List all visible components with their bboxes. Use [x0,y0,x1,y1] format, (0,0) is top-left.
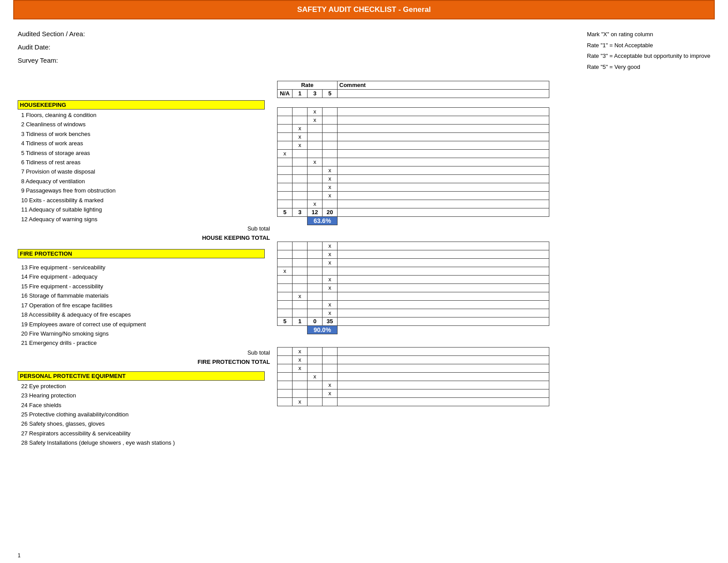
total-pct-row: 63.6% [278,216,549,225]
table-row: x [278,149,549,158]
list-item: 6 Tidiness of rest areas [18,158,274,167]
list-item: 25 Protective clothing availability/cond… [18,410,274,419]
items-column: HOUSEKEEPING 1 Floors, cleaning & condit… [18,81,274,448]
table-row: x [278,275,549,283]
rate-table-body: xxxxxxxxxxxx53122063.6%xxxxxxxxx5103590.… [278,98,549,406]
table-row: x [278,158,549,166]
col-1: 1 [293,89,308,98]
audited-section-label: Audited Section / Area: [18,27,85,41]
list-item: 10 Exits - accessibility & marked [18,196,274,205]
total-pct-row: 90.0% [278,325,549,334]
list-item: 23 Hearing protection [18,391,274,400]
housekeeping-items: 1 Floors, cleaning & condition2 Cleanlin… [18,110,274,224]
table-row: x [278,107,549,116]
list-item: 28 Safety Installations (deluge showers … [18,438,274,447]
comment-label [338,89,549,98]
page-title: SAFETY AUDIT CHECKLIST - General [13,0,715,19]
housekeeping-label: HOUSEKEEPING [18,100,265,110]
list-item: 5 Tidiness of storage areas [18,148,274,158]
list-item: 18 Accessibility & adequacy of fire esca… [18,310,274,319]
list-item: 27 Respirators accessibility & serviceab… [18,429,274,438]
table-row: x [278,292,549,300]
list-item: 14 Fire equipment - adequacy [18,272,274,281]
survey-team-label: Survey Team: [18,54,85,67]
hk-subtotal-label: Sub total [18,224,274,233]
table-row: x [278,381,549,389]
rating-instructions: Mark "X" on rating column Rate "1" = Not… [587,27,710,73]
rating-column: Rate Comment N/A 1 3 5 xxxxxxxxxxxx53122… [274,81,710,448]
table-row: x [278,283,549,292]
table-row: x [278,250,549,258]
table-row: x [278,132,549,141]
list-item: 13 Fire equipment - serviceability [18,263,274,272]
table-row: x [278,183,549,191]
list-item: 8 Adequacy of ventilation [18,177,274,186]
fire-protection-label: FIRE PROTECTION [18,249,265,258]
table-row: x [278,174,549,183]
ppe-items: 22 Eye protection23 Hearing protection24… [18,382,274,448]
col-3: 3 [308,89,323,98]
list-item: 2 Cleanliness of windows [18,120,274,129]
list-item: 4 Tidiness of work areas [18,139,274,148]
table-row: x [278,300,549,309]
table-row: x [278,242,549,250]
table-row: x [278,141,549,149]
table-row: x [278,372,549,381]
instruction-3: Rate "3" = Acceptable but opportunity to… [587,51,710,62]
rate-table: Rate Comment N/A 1 3 5 xxxxxxxxxxxx53122… [277,81,549,406]
table-row: x [278,355,549,364]
instruction-2: Rate "1" = Not Acceptable [587,40,710,51]
table-row: x [278,124,549,132]
page-number: 1 [18,552,21,559]
list-item: 17 Operation of fire escape facilities [18,301,274,310]
list-item: 16 Storage of flammable materials [18,291,274,300]
list-item: 19 Employees aware of correct use of equ… [18,320,274,329]
table-row: x [278,200,549,208]
list-item: 1 Floors, cleaning & condition [18,110,274,120]
table-row: x [278,267,549,275]
table-row: x [278,166,549,174]
top-info: Audited Section / Area: Audit Date: Surv… [13,27,715,73]
list-item: 24 Face shields [18,401,274,410]
table-row: x [278,309,549,317]
subtotal-row: 531220 [278,208,549,216]
list-item: 12 Adequacy of warning signs [18,215,274,224]
col-na: N/A [278,89,293,98]
table-row: x [278,347,549,355]
table-row: x [278,258,549,267]
list-item: 3 Tidiness of work benches [18,129,274,139]
table-row: x [278,191,549,200]
list-item: 9 Passageways free from obstruction [18,186,274,195]
list-item: 26 Safety shoes, glasses, gloves [18,419,274,428]
instruction-1: Mark "X" on rating column [587,29,710,40]
table-row: x [278,116,549,124]
table-row: x [278,389,549,397]
ppe-label: PERSONAL PROTECTIVE EQUIPMENT [18,371,265,381]
fire-protection-items: 13 Fire equipment - serviceability14 Fir… [18,263,274,348]
list-item: 11 Adequacy of suitable lighting [18,205,274,214]
col-5: 5 [323,89,338,98]
audit-info: Audited Section / Area: Audit Date: Surv… [18,27,85,73]
table-row: x [278,397,549,406]
comment-header: Comment [338,81,549,89]
list-item: 21 Emergency drills - practice [18,338,274,348]
audit-date-label: Audit Date: [18,41,85,54]
list-item: 15 Fire equipment - accessibility [18,282,274,291]
table-row: x [278,364,549,372]
subtotal-row: 51035 [278,317,549,325]
fp-total-label: FIRE PROTECTION TOTAL [18,357,274,367]
rate-header: Rate [278,81,338,89]
list-item: 7 Provision of waste disposal [18,167,274,176]
list-item: 20 Fire Warning/No smoking signs [18,329,274,338]
fp-subtotal-label: Sub total [18,348,274,357]
instruction-4: Rate "5" = Very good [587,62,710,73]
hk-total-label: HOUSE KEEPING TOTAL [18,233,274,242]
list-item: 22 Eye protection [18,382,274,391]
